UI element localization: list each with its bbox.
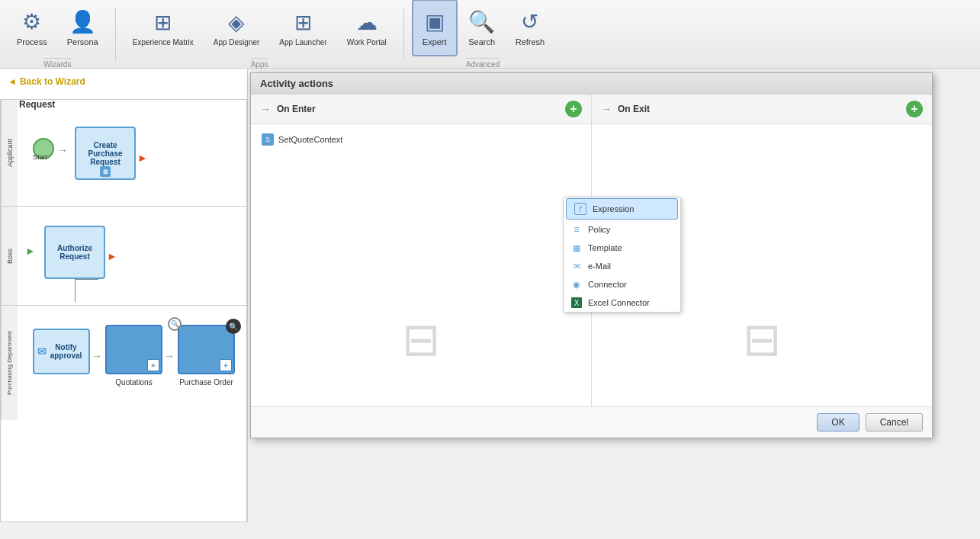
dropdown-item-label: Template [588, 243, 622, 252]
wizards-label: Wizards [43, 58, 71, 69]
toolbar-app-launcher[interactable]: ⊞ App Launcher [270, 0, 336, 56]
lane-label-applicant: Applicant [1, 100, 18, 206]
notify-approval-node[interactable]: ✉ Notify approval [33, 329, 90, 374]
on-exit-icon: → [601, 103, 612, 115]
lane-applicant: Applicant Start → Create Purchase Reques… [1, 100, 246, 207]
app-designer-icon: ◈ [228, 10, 245, 35]
set-quote-context-icon: S [262, 133, 274, 146]
dropdown-item-expression[interactable]: f Expression [566, 198, 678, 220]
on-enter-header: → On Enter + [251, 95, 591, 124]
start-label: Start [33, 153, 47, 161]
toolbar-experience-matrix[interactable]: ⊞ Experience Matrix [124, 0, 203, 56]
purchase-order-detail-icon: + [220, 359, 232, 371]
purchase-order-active-icon: 🔍 [226, 319, 241, 334]
lane-body-boss: ► Authorize Request ► [18, 207, 246, 305]
action-label: SetQuoteContext [278, 135, 342, 144]
dropdown-item-template[interactable]: ▦ Template [564, 239, 680, 257]
add-on-exit-button[interactable]: + [906, 101, 923, 117]
quotations-search-icon: 🔍 [168, 317, 182, 331]
add-on-enter-button[interactable]: + [565, 101, 582, 117]
toolbar-search[interactable]: 🔍 Search [459, 0, 505, 56]
quotations-label: Quotations [105, 378, 162, 387]
quotations-node[interactable]: + [105, 325, 162, 374]
connector-icon: ◉ [571, 279, 582, 290]
template-icon: ▦ [571, 242, 582, 253]
exit-arrow-boss: ► [107, 250, 117, 262]
swim-lanes: Applicant Start → Create Purchase Reques… [0, 99, 247, 522]
toolbar: ⚙ Process 👤 Persona Wizards ⊞ Experience… [0, 0, 980, 69]
lane-label-purchasing: Purchasing Department [1, 306, 18, 420]
toolbar-process[interactable]: ⚙ Process [8, 0, 56, 56]
dropdown-item-policy[interactable]: ≡ Policy [564, 220, 680, 239]
dropdown-item-label: Policy [588, 225, 610, 234]
refresh-icon: ↺ [521, 9, 538, 34]
entry-arrow-boss: ► [25, 245, 36, 257]
lane-body-purchasing: ✉ Notify approval → + Quotations → [18, 306, 246, 420]
app-launcher-icon: ⊞ [294, 10, 312, 35]
ok-button[interactable]: OK [817, 413, 859, 432]
main-area: ◄ Back to Wizard Request Applicant Start… [0, 69, 980, 522]
persona-icon: 👤 [69, 9, 96, 34]
email-icon: ✉ [571, 261, 582, 271]
connector-h [76, 279, 98, 280]
dialog-footer: OK Cancel [251, 406, 932, 438]
lane-body-applicant: Start → Create Purchase Request ⊞ ► [18, 100, 246, 206]
excel-connector-icon: X [571, 297, 582, 308]
back-to-wizard-button[interactable]: ◄ Back to Wizard [8, 76, 85, 87]
action-set-quote-context[interactable]: S SetQuoteContext [257, 130, 585, 149]
dropdown-item-label: e-Mail [588, 261, 611, 271]
apps-label: Apps [251, 58, 268, 69]
diagram-area: ◄ Back to Wizard Request Applicant Start… [0, 69, 248, 522]
toolbar-refresh[interactable]: ↺ Refresh [506, 0, 554, 56]
purchase-order-label: Purchase Order [178, 378, 235, 387]
divider-2 [403, 8, 404, 61]
toolbar-app-designer[interactable]: ◈ App Designer [204, 0, 269, 56]
dropdown-item-label: Expression [593, 204, 634, 213]
search-icon: 🔍 [468, 9, 495, 34]
expert-icon: ▣ [425, 9, 445, 34]
work-portal-icon: ☁ [356, 10, 378, 35]
dialog-title: Activity actions [251, 73, 932, 95]
action-type-dropdown: f Expression ≡ Policy ▦ Template ✉ e-Mai… [563, 197, 681, 313]
create-purchase-request-node[interactable]: Create Purchase Request ⊞ [75, 127, 136, 180]
on-enter-empty-area: ⊟ [251, 271, 591, 406]
on-exit-label: On Exit [618, 104, 650, 114]
dropdown-item-email[interactable]: ✉ e-Mail [564, 257, 680, 275]
notify-arrow: → [92, 350, 102, 362]
quotations-arrow: → [164, 350, 175, 362]
quotations-detail-icon: + [147, 359, 159, 371]
lane-purchasing: Purchasing Department ✉ Notify approval … [1, 306, 246, 420]
lane-label-boss: Boss [1, 207, 18, 305]
divider-1 [115, 8, 116, 61]
on-enter-icon: → [260, 103, 271, 115]
dropdown-item-label: Connector [588, 280, 627, 289]
authorize-request-node[interactable]: Authorize Request [44, 226, 105, 279]
on-exit-header: → On Exit + [592, 95, 932, 124]
back-arrow-icon: ◄ [8, 76, 17, 87]
on-enter-panel: → On Enter + S SetQuoteContext ⊟ [251, 95, 592, 406]
connector-down [75, 279, 76, 302]
toolbar-work-portal[interactable]: ☁ Work Portal [338, 0, 396, 56]
exit-arrow: ► [137, 152, 148, 164]
advanced-label: Advanced [466, 58, 500, 69]
toolbar-persona[interactable]: 👤 Persona [58, 0, 108, 56]
dropdown-item-connector[interactable]: ◉ Connector [564, 275, 680, 294]
purchase-order-node[interactable]: 🔍 + [178, 325, 235, 374]
process-icon: ⚙ [22, 9, 41, 34]
policy-icon: ≡ [571, 224, 582, 235]
lane-boss: Boss ► Authorize Request ► [1, 207, 246, 306]
dropdown-item-label: Excel Connector [588, 298, 650, 307]
arrow-to-create: → [57, 144, 68, 156]
dropdown-item-excel-connector[interactable]: X Excel Connector [564, 294, 680, 312]
cancel-button[interactable]: Cancel [866, 413, 923, 432]
expression-icon: f [574, 203, 586, 215]
on-enter-label: On Enter [277, 104, 316, 114]
experience-matrix-icon: ⊞ [154, 10, 172, 35]
node-detail-icon: ⊞ [100, 166, 111, 177]
toolbar-expert[interactable]: ▣ Expert [412, 0, 458, 56]
on-enter-content: S SetQuoteContext [251, 124, 591, 271]
